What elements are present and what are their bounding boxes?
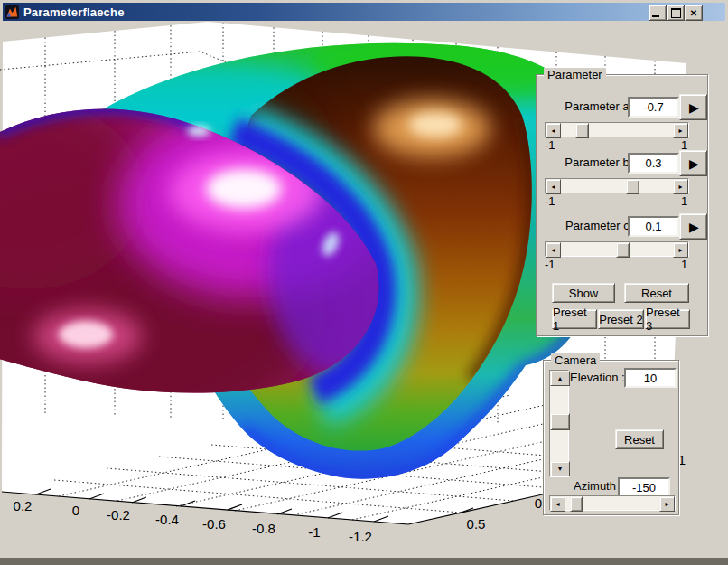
param-c-slider-thumb[interactable] (616, 242, 630, 258)
camera-panel-title: Camera (551, 353, 600, 367)
x-tick-label: -1.2 (349, 529, 372, 544)
param-a-input[interactable]: -0.7 (628, 97, 679, 118)
slider-up-arrow-icon[interactable]: ▴ (550, 371, 570, 386)
azimuth-input[interactable]: -150 (618, 477, 670, 497)
azimuth-slider[interactable]: ◂ ▸ (549, 495, 676, 511)
x-tick-label: -0.2 (107, 507, 130, 523)
slider-down-arrow-icon[interactable]: ▾ (550, 461, 570, 476)
param-c-slider[interactable]: ◂ ▸ (545, 241, 689, 257)
figure-window: 0.2 0 -0.2 -0.4 -0.6 -0.8 -1 -1.2 0.5 0 … (0, 0, 728, 565)
y-tick-label: 0.5 (467, 516, 486, 532)
arrow-left-icon: ◂ (551, 247, 555, 254)
slider-left-arrow-icon[interactable]: ◂ (550, 496, 565, 512)
window-title: Parameterflaeche (23, 5, 125, 19)
param-b-input[interactable]: 0.3 (628, 153, 679, 174)
param-c-max-label: 1 (681, 258, 687, 271)
param-a-min-label: -1 (545, 138, 555, 152)
play-icon: ▶ (689, 221, 699, 233)
x-tick-label: -0.4 (155, 512, 179, 527)
window-bottom-edge (0, 558, 728, 565)
param-b-min-label: -1 (545, 194, 555, 208)
arrow-left-icon: ◂ (551, 127, 555, 135)
elevation-slider-thumb[interactable] (550, 413, 570, 430)
param-a-label: Parameter a : (562, 99, 636, 113)
slider-left-arrow-icon[interactable]: ◂ (546, 179, 561, 194)
maximize-icon (671, 8, 681, 18)
matlab-logo-icon (5, 5, 19, 19)
play-icon: ▶ (689, 101, 699, 114)
play-icon: ▶ (689, 157, 699, 170)
elevation-slider[interactable]: ▴ ▾ (549, 370, 569, 477)
slider-right-arrow-icon[interactable]: ▸ (673, 179, 688, 194)
elevation-input[interactable]: 10 (624, 368, 677, 388)
param-b-max-label: 1 (681, 194, 687, 208)
slider-left-arrow-icon[interactable]: ◂ (546, 242, 561, 258)
maximize-button[interactable] (667, 5, 685, 21)
preset-1-button[interactable]: Preset 1 (552, 309, 597, 329)
arrow-right-icon: ▸ (678, 184, 682, 191)
param-c-min-label: -1 (545, 258, 555, 271)
x-tick-label: -1 (308, 524, 320, 540)
show-button[interactable]: Show (552, 283, 615, 303)
close-icon: ✕ (690, 8, 697, 18)
preset-3-button[interactable]: Preset 3 (645, 309, 690, 329)
slider-right-arrow-icon[interactable]: ▸ (673, 123, 688, 138)
arrow-right-icon: ▸ (678, 247, 682, 254)
azimuth-label: Azimuth : (574, 479, 622, 493)
y-tick-label: 0 (535, 495, 542, 511)
y-tick-label: 1 (678, 452, 686, 467)
x-tick-label: 0.2 (14, 498, 33, 513)
x-tick-label: -0.8 (252, 521, 275, 536)
param-b-slider[interactable]: ◂ ▸ (545, 178, 689, 193)
arrow-right-icon: ▸ (678, 127, 682, 135)
arrow-left-icon: ◂ (551, 184, 555, 191)
param-c-input[interactable]: 0.1 (628, 216, 679, 237)
arrow-up-icon: ▴ (558, 375, 562, 382)
x-tick-label: 0 (72, 503, 79, 518)
x-tick-label: -0.6 (202, 516, 226, 532)
param-c-play-button[interactable]: ▶ (679, 213, 707, 240)
arrow-right-icon: ▸ (665, 501, 668, 508)
param-a-slider-thumb[interactable] (575, 123, 589, 138)
param-b-label: Parameter b : (562, 155, 636, 169)
azimuth-slider-thumb[interactable] (570, 496, 583, 512)
slider-right-arrow-icon[interactable]: ▸ (673, 242, 688, 258)
param-a-play-button[interactable]: ▶ (679, 94, 707, 120)
elevation-label: Elevation : (570, 371, 625, 384)
parameter-panel-title: Parameter (544, 68, 606, 81)
reset-camera-button[interactable]: Reset (615, 429, 664, 449)
slider-left-arrow-icon[interactable]: ◂ (546, 123, 561, 138)
param-c-label: Parameter c : (562, 219, 636, 232)
arrow-left-icon: ◂ (555, 501, 559, 508)
camera-panel: Camera ▴ ▾ Elevation : 10 Reset Azimuth … (543, 360, 679, 515)
preset-2-button[interactable]: Preset 2 (598, 309, 644, 329)
title-bar[interactable]: Parameterflaeche ✕ (3, 3, 725, 21)
specular-glint (187, 126, 210, 137)
slider-right-arrow-icon[interactable]: ▸ (659, 496, 675, 512)
param-b-slider-thumb[interactable] (626, 179, 639, 194)
parameter-panel: Parameter Parameter a : -0.7 ▶ ◂ ▸ -1 1 … (536, 74, 708, 336)
param-b-play-button[interactable]: ▶ (679, 150, 707, 176)
minimize-icon (652, 15, 659, 17)
param-a-slider[interactable]: ◂ ▸ (545, 122, 689, 137)
minimize-button[interactable] (649, 5, 667, 21)
close-button[interactable]: ✕ (685, 5, 703, 21)
arrow-down-icon: ▾ (558, 466, 562, 473)
reset-parameters-button[interactable]: Reset (624, 283, 689, 303)
